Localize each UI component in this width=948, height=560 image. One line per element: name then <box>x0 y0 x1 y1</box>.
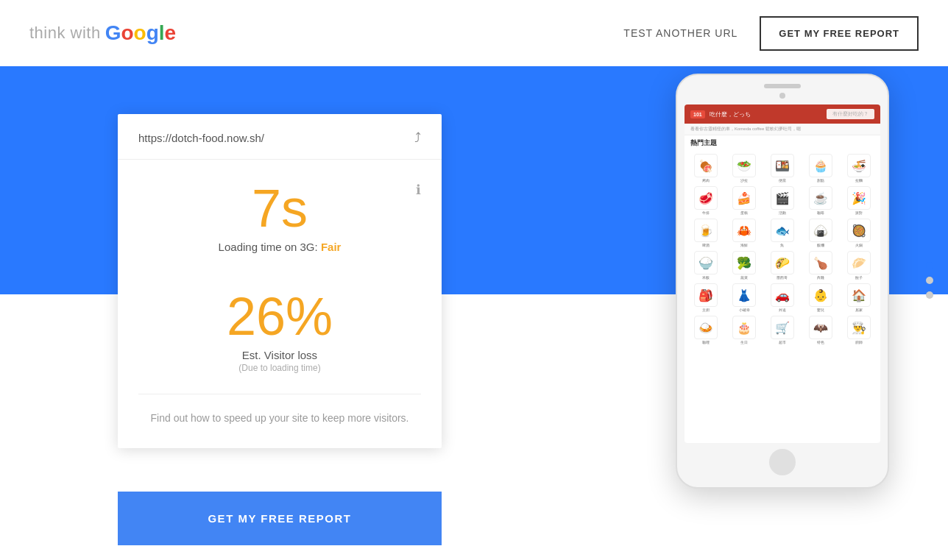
header: think with Google TEST ANOTHER URL GET M… <box>0 0 948 66</box>
visitor-loss-label: Est. Visitor loss <box>138 349 421 361</box>
result-card: https://dotch-food.now.sh/ ⤴ 7s Loading … <box>118 114 442 448</box>
phone-outer: 101 吃什麼，どっち 有什麼好吃的？ 看看你古靈精怪的車，Komeda cof… <box>676 74 889 489</box>
logo: think with Google <box>29 21 176 45</box>
card-url-row: https://dotch-food.now.sh/ ⤴ <box>118 114 442 160</box>
loading-time-label: Loading time on 3G: Fair <box>138 241 421 253</box>
logo-google: Google <box>105 21 176 45</box>
pagination-dot-2[interactable] <box>926 291 933 299</box>
loading-time-value: 7s <box>138 182 421 235</box>
card-footer-text: Find out how to speed up your site to ke… <box>118 394 442 426</box>
loading-time-section: 7s Loading time on 3G: Fair <box>118 160 442 253</box>
info-icon[interactable]: ℹ <box>416 182 421 198</box>
logo-g2: g <box>146 21 159 44</box>
logo-g: G <box>105 21 121 44</box>
tested-url: https://dotch-food.now.sh/ <box>138 132 264 144</box>
visitor-loss-value: 26% <box>138 290 421 343</box>
visitor-loss-section: 26% Est. Visitor loss (Due to loading ti… <box>118 268 442 373</box>
share-icon[interactable]: ⤴ <box>414 130 421 146</box>
phone-home-button <box>769 449 796 475</box>
loading-time-rating: Fair <box>321 241 342 253</box>
loading-time-metric: 7s Loading time on 3G: Fair ℹ <box>118 160 442 253</box>
logo-o1: o <box>121 21 134 44</box>
header-right: TEST ANOTHER URL GET MY FREE REPORT <box>623 16 919 51</box>
logo-l: l <box>159 21 165 44</box>
phone-camera <box>779 93 785 99</box>
logo-think-with: think with <box>29 24 101 43</box>
logo-e: e <box>165 21 177 44</box>
visitor-loss-sublabel: (Due to loading time) <box>138 363 421 373</box>
pagination-dot-0[interactable] <box>926 262 933 269</box>
phone-mockup: 101 吃什麼，どっち 有什麼好吃的？ 看看你古靈精怪的車，Komeda cof… <box>676 74 889 489</box>
pagination-dots <box>926 262 933 299</box>
test-another-url-link[interactable]: TEST ANOTHER URL <box>623 27 737 39</box>
get-report-bottom-button[interactable]: GET MY FREE REPORT <box>118 492 442 545</box>
phone-speaker <box>764 84 801 88</box>
logo-o2: o <box>134 21 146 44</box>
get-report-header-button[interactable]: GET MY FREE REPORT <box>760 16 919 51</box>
phone-screen: 101 吃什麼，どっち 有什麼好吃的？ 看看你古靈精怪的車，Komeda cof… <box>685 104 880 443</box>
pagination-dot-1[interactable] <box>926 277 933 284</box>
